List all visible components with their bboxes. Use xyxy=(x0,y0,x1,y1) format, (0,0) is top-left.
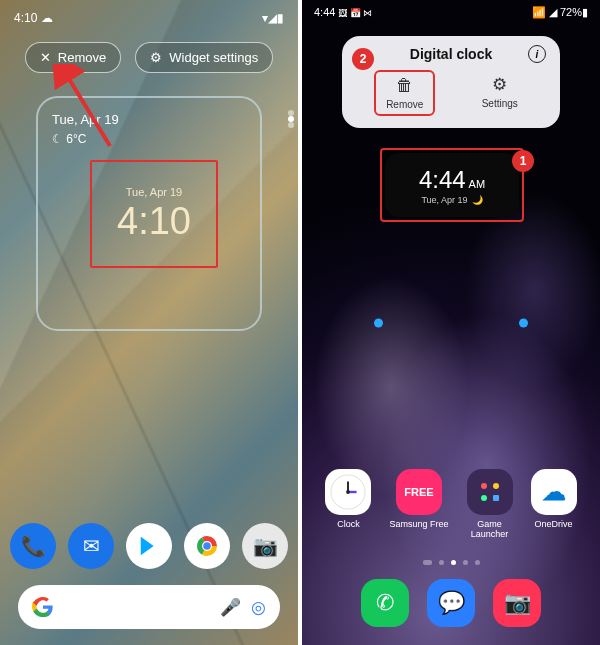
page-indicator[interactable] xyxy=(288,116,294,122)
svg-rect-12 xyxy=(493,495,499,501)
phone-app[interactable]: 📞 xyxy=(10,523,56,569)
resize-handle-right[interactable] xyxy=(519,318,528,327)
remove-button[interactable]: ✕ Remove xyxy=(25,42,121,73)
status-right-icons: 📶 ◢ 72%▮ xyxy=(532,6,588,28)
game-launcher-app[interactable]: Game Launcher xyxy=(467,469,513,539)
settings-label: Widget settings xyxy=(169,50,258,65)
cloud-icon: ☁ xyxy=(41,11,53,25)
svg-point-11 xyxy=(481,495,487,501)
annotation-badge-1: 1 xyxy=(512,150,534,172)
messages-app[interactable]: 💬 xyxy=(427,579,475,627)
status-time: 4:44 xyxy=(314,6,335,18)
dock: ✆ 💬 📷 xyxy=(302,579,600,627)
svg-point-9 xyxy=(481,483,487,489)
popup-settings-button[interactable]: ⚙ Settings xyxy=(472,70,528,116)
page-indicator[interactable] xyxy=(302,560,600,565)
clock-time: 4:10 xyxy=(117,200,191,243)
moon-icon: 🌙 xyxy=(472,195,483,205)
annotation-badge-2: 2 xyxy=(352,48,374,70)
remove-label: Remove xyxy=(386,99,423,110)
samsung-screen: 4:44 🖼 📅 ⋈ 📶 ◢ 72%▮ 2 Digital clock i 🗑 … xyxy=(302,0,600,645)
messages-app[interactable]: ✉ xyxy=(68,523,114,569)
mic-icon[interactable]: 🎤 xyxy=(220,597,241,618)
status-icons: 🖼 📅 ⋈ xyxy=(338,8,372,18)
svg-point-10 xyxy=(493,483,499,489)
google-icon xyxy=(32,596,54,618)
gear-icon: ⚙ xyxy=(150,50,162,65)
search-bar[interactable]: 🎤 ◎ xyxy=(18,585,280,629)
close-icon: ✕ xyxy=(40,50,51,65)
samsung-free-app[interactable]: FREE Samsung Free xyxy=(389,469,448,539)
svg-point-8 xyxy=(347,490,351,494)
status-bar: 4:44 🖼 📅 ⋈ 📶 ◢ 72%▮ xyxy=(302,6,600,28)
dock: 📞 ✉ 📷 xyxy=(0,523,298,569)
widget-action-bar: ✕ Remove ⚙ Widget settings xyxy=(0,42,298,73)
camera-app[interactable]: 📷 xyxy=(242,523,288,569)
clock-widget-highlight[interactable]: Tue, Apr 19 4:10 xyxy=(90,160,218,268)
clock-app[interactable]: Clock xyxy=(325,469,371,539)
settings-label: Settings xyxy=(482,98,518,109)
clock-widget-highlight[interactable]: 4:44AM Tue, Apr 19🌙 xyxy=(380,148,524,222)
info-icon[interactable]: i xyxy=(528,45,546,63)
camera-app[interactable]: 📷 xyxy=(493,579,541,627)
widget-date: Tue, Apr 19🌙 xyxy=(421,195,482,205)
clock-date: Tue, Apr 19 xyxy=(126,186,182,198)
status-bar: 4:10 ☁ ▾◢▮ xyxy=(0,6,298,30)
pixel-screen: 4:10 ☁ ▾◢▮ ✕ Remove ⚙ Widget settings Tu… xyxy=(0,0,298,645)
onedrive-app[interactable]: ☁ OneDrive xyxy=(531,469,577,539)
resize-handle-left[interactable] xyxy=(374,318,383,327)
lens-icon[interactable]: ◎ xyxy=(251,597,266,618)
status-time: 4:10 ☁ xyxy=(14,11,53,25)
popup-remove-button[interactable]: 🗑 Remove xyxy=(374,70,435,116)
trash-icon: 🗑 xyxy=(396,76,413,96)
popup-title: Digital clock xyxy=(410,46,492,62)
remove-label: Remove xyxy=(58,50,106,65)
play-store-app[interactable] xyxy=(126,523,172,569)
status-right-icons: ▾◢▮ xyxy=(262,11,284,25)
weather-widget-outline[interactable]: Tue, Apr 19 ☾ 6°C Tue, Apr 19 4:10 xyxy=(36,96,262,331)
gear-icon: ⚙ xyxy=(492,74,507,95)
widget-settings-button[interactable]: ⚙ Widget settings xyxy=(135,42,273,73)
moon-icon: ☾ xyxy=(52,132,63,146)
phone-app[interactable]: ✆ xyxy=(361,579,409,627)
chrome-app[interactable] xyxy=(184,523,230,569)
widget-time: 4:44AM xyxy=(419,166,485,194)
widget-date: Tue, Apr 19 xyxy=(52,112,119,127)
widget-popup: Digital clock i 🗑 Remove ⚙ Settings xyxy=(342,36,560,128)
widget-temp: ☾ 6°C xyxy=(52,132,86,146)
app-row: Clock FREE Samsung Free Game Launcher ☁ … xyxy=(302,469,600,539)
